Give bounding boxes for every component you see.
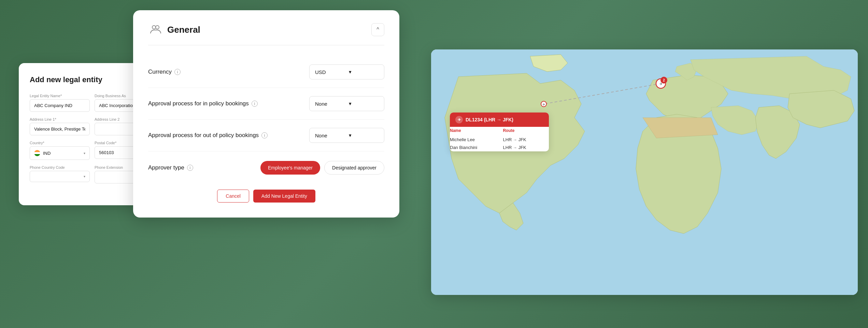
phone-country-code-label: Phone Country Code	[30, 165, 90, 169]
flight-table-row: Michelle LeeLHR → JFK	[450, 136, 549, 144]
map-background: ✈ 2 ✈ ✈ DL1234 (LHR → JFK) Name Route	[431, 49, 858, 295]
panel-title: General	[167, 25, 200, 35]
panel-header-left: General	[148, 23, 200, 37]
currency-info-icon: i	[174, 69, 181, 75]
approver-type-info-icon: i	[187, 165, 193, 171]
phone-country-code-chevron-icon: ▾	[84, 175, 85, 178]
india-flag-icon	[34, 150, 40, 156]
flight-table: Name Route Michelle LeeLHR → JFKDan Bian…	[450, 127, 549, 151]
approval-in-policy-select[interactable]: None ▾	[309, 96, 384, 111]
legal-entity-name-group: Legal Entity Name*	[30, 94, 90, 112]
center-panel-actions: Cancel Add New Legal Entity	[148, 190, 384, 203]
approval-out-policy-value: None	[315, 133, 345, 138]
designated-approver-button[interactable]: Designated approver	[324, 161, 384, 175]
flight-popup: ✈ DL1234 (LHR → JFK) Name Route Michelle…	[450, 113, 549, 151]
approver-type-buttons: Employee's manager Designated approver	[260, 161, 384, 175]
country-select[interactable]: IND ▾	[30, 146, 90, 160]
svg-text:2: 2	[663, 78, 665, 82]
approval-out-policy-select[interactable]: None ▾	[309, 128, 384, 143]
collapse-button[interactable]: ^	[371, 23, 384, 36]
svg-point-0	[152, 26, 156, 29]
country-group: Country* IND ▾	[30, 141, 90, 160]
flight-header: ✈ DL1234 (LHR → JFK)	[450, 113, 549, 127]
address-line1-input[interactable]	[30, 123, 90, 135]
approval-in-policy-info-icon: i	[252, 101, 258, 107]
address-line1-label: Address Line 1*	[30, 117, 90, 121]
approver-type-label: Approver type i	[148, 164, 193, 171]
currency-select[interactable]: USD ▾	[309, 64, 384, 79]
flight-table-row: Dan BianchiniLHR → JFK	[450, 144, 549, 151]
approval-out-policy-chevron-icon: ▾	[349, 132, 379, 138]
country-value-display: IND	[34, 150, 51, 156]
approval-in-policy-chevron-icon: ▾	[349, 101, 379, 107]
approval-in-policy-row: Approval process for in policy bookings …	[148, 88, 384, 120]
phone-country-code-group: Phone Country Code ▾	[30, 165, 90, 183]
legal-entity-name-label: Legal Entity Name*	[30, 94, 90, 98]
passenger-route: LHR → JFK	[503, 136, 549, 144]
svg-text:✈: ✈	[542, 103, 545, 106]
flight-id: DL1234 (LHR → JFK)	[466, 117, 513, 122]
panel-header: General ^	[148, 23, 384, 37]
phone-country-code-select[interactable]: ▾	[30, 171, 90, 182]
passenger-name: Michelle Lee	[450, 136, 503, 144]
passenger-name: Dan Bianchini	[450, 144, 503, 151]
general-panel: General ^ Currency i USD ▾ Approval proc…	[133, 10, 399, 218]
add-new-legal-entity-button[interactable]: Add New Legal Entity	[253, 190, 315, 203]
people-icon	[148, 23, 162, 37]
approval-in-policy-label: Approval process for in policy bookings …	[148, 100, 258, 107]
svg-text:✈: ✈	[659, 82, 663, 86]
approval-out-policy-info-icon: i	[261, 132, 268, 138]
approval-in-policy-value: None	[315, 101, 345, 107]
currency-label: Currency i	[148, 69, 181, 75]
route-col-header: Route	[503, 127, 549, 136]
name-col-header: Name	[450, 127, 503, 136]
approver-type-row: Approver type i Employee's manager Desig…	[148, 151, 384, 177]
cancel-button[interactable]: Cancel	[217, 190, 249, 203]
country-value: IND	[43, 151, 51, 156]
currency-value: USD	[315, 69, 345, 75]
country-chevron-icon: ▾	[84, 151, 85, 155]
header-divider	[148, 45, 384, 45]
country-label: Country*	[30, 141, 90, 145]
flight-pin-icon: ✈	[455, 116, 463, 123]
svg-point-1	[156, 26, 159, 29]
currency-row: Currency i USD ▾	[148, 56, 384, 88]
approval-out-policy-row: Approval process for out of policy booki…	[148, 120, 384, 151]
employees-manager-button[interactable]: Employee's manager	[260, 161, 320, 175]
map-panel: ✈ 2 ✈ ✈ DL1234 (LHR → JFK) Name Route	[431, 49, 858, 295]
address-line1-group: Address Line 1*	[30, 117, 90, 135]
legal-entity-name-input[interactable]	[30, 99, 90, 112]
currency-chevron-icon: ▾	[349, 69, 379, 75]
chevron-up-icon: ^	[376, 27, 379, 33]
passenger-route: LHR → JFK	[503, 144, 549, 151]
approval-out-policy-label: Approval process for out of policy booki…	[148, 132, 268, 139]
map-svg: ✈ 2 ✈	[431, 49, 858, 295]
